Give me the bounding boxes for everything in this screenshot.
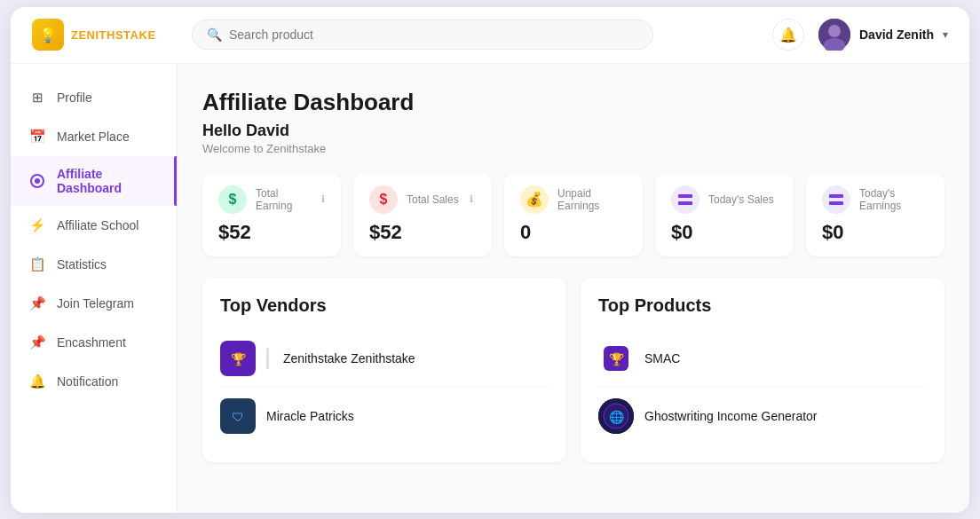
total-earning-label: Total Earning <box>256 187 311 212</box>
stat-card-unpaid-earnings: 💰 Unpaid Earnings 0 <box>504 173 643 256</box>
svg-text:🛡: 🛡 <box>232 410 244 424</box>
chevron-down-icon: ▾ <box>943 28 948 41</box>
svg-text:🌐: 🌐 <box>609 410 625 425</box>
svg-rect-6 <box>678 201 692 205</box>
stat-card-todays-sales: Today's Sales $0 <box>655 173 794 256</box>
stats-row: $ Total Earning ℹ $52 $ Total Sales ℹ $5… <box>202 173 944 256</box>
sidebar-item-profile[interactable]: ⊞ Profile <box>11 78 177 117</box>
sidebar-item-affiliate-school[interactable]: ⚡ Affiliate School <box>11 206 177 245</box>
sidebar-item-statistics[interactable]: 📋 Statistics <box>11 245 177 284</box>
unpaid-earnings-icon: 💰 <box>520 185 549 214</box>
sidebar: ⊞ Profile 📅 Market Place Affiliate Dashb… <box>11 64 178 513</box>
affiliate-school-icon: ⚡ <box>28 216 46 234</box>
sidebar-label-affiliate-dashboard: Affiliate Dashboard <box>57 167 159 195</box>
product-name-1: SMAC <box>644 351 680 366</box>
todays-earnings-value: $0 <box>822 221 929 244</box>
header: 💡 ZENITHSTAKE 🔍 🔔 David Zenith ▾ <box>11 7 969 64</box>
stat-card-total-sales: $ Total Sales ℹ $52 <box>353 173 492 256</box>
svg-point-1 <box>828 25 841 37</box>
sidebar-item-notification[interactable]: 🔔 Notification <box>11 362 177 401</box>
vendor-name-2: Miracle Patricks <box>266 409 354 423</box>
svg-point-4 <box>35 178 40 184</box>
welcome-text: Welcome to Zenithstake <box>202 142 944 155</box>
vendor-item-1: 🏆 Zenithstake Zenithstake <box>220 330 549 388</box>
avatar <box>818 19 850 51</box>
sidebar-label-profile: Profile <box>57 90 92 105</box>
page-title: Affiliate Dashboard <box>202 89 944 116</box>
product-item-1: 🏆 SMAC <box>598 330 927 388</box>
sidebar-item-encashment[interactable]: 📌 Encashment <box>11 323 177 362</box>
user-area[interactable]: David Zenith ▾ <box>818 19 948 51</box>
svg-text:🏆: 🏆 <box>231 352 247 367</box>
statistics-icon: 📋 <box>28 256 46 273</box>
main-layout: ⊞ Profile 📅 Market Place Affiliate Dashb… <box>11 64 969 513</box>
sidebar-item-join-telegram[interactable]: 📌 Join Telegram <box>11 284 177 323</box>
product-item-2: 🌐 Ghostwriting Income Generator <box>598 388 927 444</box>
search-icon: 🔍 <box>207 28 222 42</box>
total-earning-info-icon: ℹ <box>321 193 325 205</box>
vendor-logo-2: 🛡 <box>220 398 256 434</box>
total-sales-value: $52 <box>369 221 476 244</box>
divider-1 <box>266 348 269 369</box>
sidebar-label-notification: Notification <box>57 374 118 389</box>
sidebar-label-telegram: Join Telegram <box>57 296 134 311</box>
search-bar[interactable]: 🔍 <box>192 20 653 50</box>
sidebar-item-affiliate-dashboard[interactable]: Affiliate Dashboard <box>11 156 177 206</box>
vendor-logo-1: 🏆 <box>220 341 256 376</box>
svg-rect-7 <box>829 194 843 198</box>
top-vendors-title: Top Vendors <box>220 295 549 316</box>
encashment-icon: 📌 <box>28 334 46 351</box>
top-products-title: Top Products <box>598 295 927 316</box>
telegram-icon: 📌 <box>28 295 46 312</box>
unpaid-earnings-value: 0 <box>520 221 627 244</box>
sidebar-label-encashment: Encashment <box>57 335 126 350</box>
logo-text: ZENITHSTAKE <box>71 28 156 42</box>
svg-rect-8 <box>829 201 843 205</box>
total-sales-label: Total Sales <box>407 193 459 206</box>
notification-bell-button[interactable]: 🔔 <box>772 19 804 51</box>
profile-icon: ⊞ <box>28 89 46 106</box>
header-right: 🔔 David Zenith ▾ <box>772 19 948 51</box>
todays-sales-value: $0 <box>671 221 778 244</box>
sidebar-label-marketplace: Market Place <box>57 130 130 144</box>
bottom-row: Top Vendors 🏆 Zenithstake Zenithstake <box>202 278 944 462</box>
total-earning-icon: $ <box>218 185 247 214</box>
stat-card-total-earning: $ Total Earning ℹ $52 <box>202 173 341 256</box>
logo-icon: 💡 <box>32 19 64 51</box>
vendors-card: Top Vendors 🏆 Zenithstake Zenithstake <box>202 278 566 462</box>
todays-earnings-icon <box>822 185 850 214</box>
todays-sales-label: Today's Sales <box>708 193 774 206</box>
marketplace-icon: 📅 <box>28 128 46 145</box>
stat-card-todays-earnings: Today's Earnings $0 <box>806 173 944 256</box>
product-name-2: Ghostwriting Income Generator <box>644 409 818 423</box>
search-input[interactable] <box>229 28 638 42</box>
vendor-item-2: 🛡 Miracle Patricks <box>220 388 549 444</box>
sidebar-label-affiliate-school: Affiliate School <box>57 218 138 232</box>
notification-icon: 🔔 <box>28 373 46 390</box>
sidebar-label-statistics: Statistics <box>57 257 107 271</box>
product-logo-1: 🏆 <box>598 341 634 376</box>
sidebar-item-marketplace[interactable]: 📅 Market Place <box>11 117 177 156</box>
user-name-label: David Zenith <box>859 28 934 42</box>
total-earning-value: $52 <box>218 221 325 244</box>
app-container: 💡 ZENITHSTAKE 🔍 🔔 David Zenith ▾ <box>11 7 969 513</box>
vendor-name-1: Zenithstake Zenithstake <box>283 351 415 366</box>
greeting-name: Hello David <box>202 122 944 140</box>
total-sales-info-icon: ℹ <box>470 193 473 205</box>
todays-earnings-label: Today's Earnings <box>859 187 929 212</box>
total-sales-icon: $ <box>369 185 398 214</box>
affiliate-dashboard-icon <box>28 172 46 190</box>
product-logo-2: 🌐 <box>598 398 634 434</box>
svg-text:🏆: 🏆 <box>609 352 625 367</box>
main-content: Affiliate Dashboard Hello David Welcome … <box>178 64 969 513</box>
svg-rect-5 <box>678 194 692 198</box>
todays-sales-icon <box>671 185 699 214</box>
products-card: Top Products 🏆 SMAC <box>581 278 944 462</box>
unpaid-earnings-label: Unpaid Earnings <box>557 187 627 212</box>
logo-area: 💡 ZENITHSTAKE <box>32 19 192 51</box>
